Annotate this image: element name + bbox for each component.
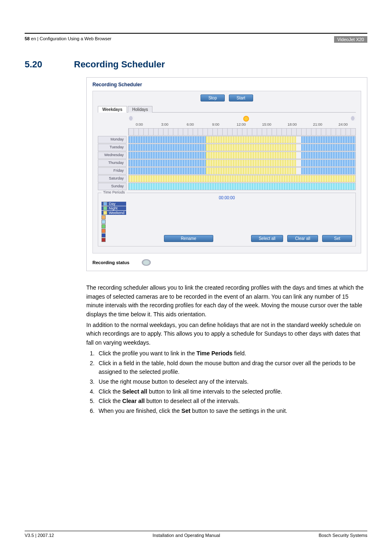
day-label: Monday [98,136,127,143]
scheduler-screenshot: Recording Scheduler Stop Start Weekdays … [86,77,367,271]
breadcrumb: en | Configuration Using a Web Browser [31,36,111,41]
footer-doc-title: Installation and Operating Manual [152,533,220,538]
section-number: 5.20 [25,59,58,70]
hour-label: 3:00 [152,122,178,127]
steps-list: Click the profile you want to link in th… [86,349,367,416]
time-cursor: 00:00:00 [101,196,352,200]
header-left: 58 en | Configuration Using a Web Browse… [25,36,111,43]
step-5: Click the Clear all button to deselect a… [96,397,367,406]
stop-button[interactable]: Stop [201,94,225,101]
set-button[interactable]: Set [322,235,352,242]
product-badge: VideoJet X20 [334,36,367,43]
footer-company: Bosch Security Systems [318,533,367,538]
tab-holidays[interactable]: Holidays [128,106,152,113]
moon-icon [351,116,356,121]
day-label: Friday [98,167,127,175]
rename-button[interactable]: Rename [164,235,213,242]
schedule-grid[interactable] [128,128,356,190]
step-3: Use the right mouse button to deselect a… [96,378,367,387]
profile-night[interactable]: Night [101,206,126,210]
profile-day[interactable]: Day [101,202,126,206]
profile-empty[interactable] [101,224,126,228]
day-label: Sunday [98,183,127,190]
profile-label: Night [109,206,118,210]
hour-label: 18:00 [279,122,305,127]
row-tuesday[interactable] [128,144,356,151]
day-label: Tuesday [98,144,127,151]
section-title: Recording Scheduler [74,59,165,70]
row-thursday[interactable] [128,159,356,167]
profile-label: Weekend [109,211,125,215]
hour-label: 21:00 [305,122,330,127]
profile-empty[interactable] [101,233,126,237]
profile-list[interactable]: Day Night Weekend [101,202,126,242]
tab-weekdays[interactable]: Weekdays [98,106,127,113]
step-4: Click the Select all button to link all … [96,387,367,396]
moon-icon [129,116,134,121]
profile-weekend[interactable]: Weekend [101,211,126,215]
hour-label: 9:00 [203,122,228,127]
day-label: Saturday [98,175,127,182]
panel-title: Recording Scheduler [87,78,367,91]
row-friday[interactable] [128,167,356,175]
hour-label: 6:00 [178,122,203,127]
row-sunday[interactable] [128,183,356,190]
clear-all-button[interactable]: Clear all [287,235,318,242]
profile-empty[interactable] [101,220,126,224]
disk-icon [142,259,151,266]
hour-label: 24:00 [330,122,356,127]
recording-status-label: Recording status [92,260,129,265]
hour-label: 0:00 [127,122,152,127]
sun-icon [243,116,249,122]
hour-label: 12:00 [228,122,254,127]
footer-version: V3.5 | 2007.12 [25,533,54,538]
profile-empty[interactable] [101,238,126,242]
step-2: Click in a field in the table, hold down… [96,359,367,377]
hour-label: 15:00 [254,122,279,127]
select-all-button[interactable]: Select all [251,235,284,242]
profile-empty[interactable] [101,229,126,233]
time-header: 0:00 3:00 6:00 9:00 12:00 15:00 18:00 21… [98,122,356,127]
paragraph: In addition to the normal weekdays, you … [86,321,367,348]
day-label: Thursday [98,159,127,167]
day-label: Wednesday [98,152,127,159]
time-periods-legend: Time Periods [101,190,127,194]
step-1: Click the profile you want to link in th… [96,349,367,358]
step-6: When you are finished, click the Set but… [96,407,367,416]
row-wednesday[interactable] [128,152,356,159]
time-periods-fieldset: Time Periods 00:00:00 Day Night Weekend [98,193,356,246]
row-saturday[interactable] [128,175,356,182]
profile-empty[interactable] [101,215,126,219]
row-monday[interactable] [128,136,356,143]
start-button[interactable]: Start [229,94,253,101]
profile-label: Day [109,202,115,206]
paragraph: The recording scheduler allows you to li… [86,283,367,319]
page-number: 58 [25,36,30,41]
